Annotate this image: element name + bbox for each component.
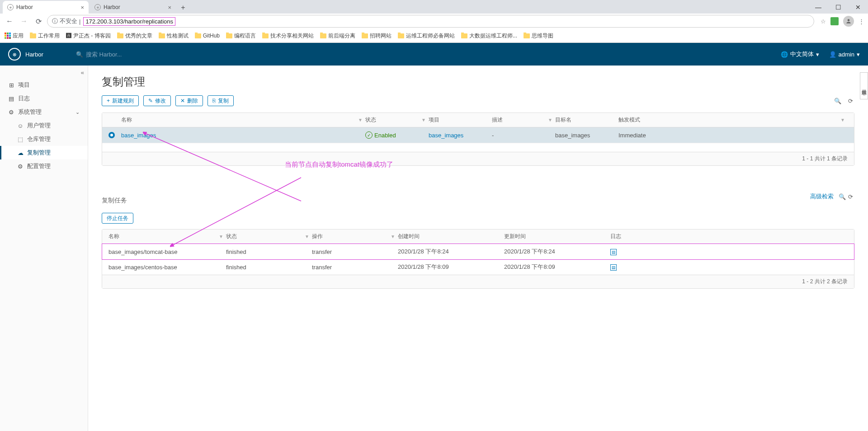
bookmark-item[interactable]: 🅰尹正杰 - 博客园 xyxy=(66,32,111,40)
close-window-button[interactable]: ✕ xyxy=(848,1,868,14)
harbor-logo-icon: ⎈ xyxy=(8,48,21,61)
job-name: base_images/tomcat-base xyxy=(108,248,226,255)
event-log-tab[interactable]: 事件日志 xyxy=(860,72,868,99)
filter-icon[interactable]: ▼ xyxy=(305,234,312,239)
filter-icon[interactable]: ▼ xyxy=(219,234,226,239)
bookmark-item[interactable]: GitHub xyxy=(195,33,220,39)
col-status: 状态 xyxy=(365,116,376,124)
search-input[interactable] xyxy=(86,51,162,58)
user-menu[interactable]: 👤 admin ▾ xyxy=(829,51,860,58)
profile-avatar[interactable] xyxy=(843,16,854,27)
rules-header: 名称▼ 状态▼ 项目 描述▼ 目标名 触发模式▼ xyxy=(102,113,854,127)
sidebar-item-registries[interactable]: ⬚仓库管理 xyxy=(0,132,88,146)
star-icon[interactable]: ☆ xyxy=(821,18,826,25)
replication-icon: ☁ xyxy=(17,150,24,156)
logs-icon: ▤ xyxy=(8,95,14,102)
col-name: 名称 xyxy=(108,233,119,240)
delete-rule-button[interactable]: ✕删除 xyxy=(175,95,203,106)
bookmark-item[interactable]: 优秀的文章 xyxy=(117,32,152,40)
bookmark-item[interactable]: 技术分享相关网站 xyxy=(262,32,314,40)
rule-row[interactable]: base_images Enabled base_images - base_i… xyxy=(102,127,854,143)
bookmark-item[interactable]: 大数据运维工程师... xyxy=(461,32,517,40)
bookmark-item[interactable]: 性格测试 xyxy=(159,32,189,40)
close-tab-icon[interactable]: × xyxy=(168,4,171,11)
bookmarks-bar: 应用 工作常用 🅰尹正杰 - 博客园 优秀的文章 性格测试 GitHub 编程语… xyxy=(0,29,868,42)
sidebar-item-projects[interactable]: ⊞项目 xyxy=(0,78,88,92)
filter-icon[interactable]: ▼ xyxy=(421,117,429,122)
bookmark-apps[interactable]: 应用 xyxy=(5,32,24,40)
sidebar-item-admin[interactable]: ⚙系统管理⌄ xyxy=(0,105,88,119)
plus-icon: + xyxy=(107,98,110,104)
radio-selected[interactable] xyxy=(108,132,115,138)
search-icon: 🔍 xyxy=(76,51,83,58)
new-tab-button[interactable]: + xyxy=(177,2,189,14)
forward-button[interactable]: → xyxy=(18,15,30,27)
job-status: finished xyxy=(226,248,312,255)
collapse-sidebar-icon[interactable]: « xyxy=(81,69,84,76)
close-tab-icon[interactable]: × xyxy=(80,4,84,11)
search-icon[interactable]: 🔍 xyxy=(838,192,846,201)
rule-desc: - xyxy=(492,132,555,139)
menu-icon[interactable]: ⋮ xyxy=(859,18,864,25)
global-search[interactable]: 🔍 xyxy=(76,51,162,58)
log-icon[interactable]: ▤ xyxy=(610,264,617,271)
filter-icon[interactable]: ▼ xyxy=(840,117,848,122)
jobs-table: 名称▼ 状态▼ 操作▼ 创建时间 更新时间 日志 base_images/tom… xyxy=(102,229,854,289)
bookmark-item[interactable]: 招聘网站 xyxy=(362,32,392,40)
window-controls: ― ☐ ✕ xyxy=(808,1,868,14)
address-bar[interactable]: ⓘ 不安全 | 172.200.3.103/harbor/replication… xyxy=(47,15,814,28)
maximize-button[interactable]: ☐ xyxy=(828,1,848,14)
sidebar-item-users[interactable]: ☺用户管理 xyxy=(0,119,88,132)
log-icon[interactable]: ▤ xyxy=(610,249,617,255)
users-icon: ☺ xyxy=(17,122,24,129)
bookmark-item[interactable]: 思维导图 xyxy=(524,32,553,40)
refresh-icon[interactable]: ⟳ xyxy=(846,192,854,201)
folder-icon xyxy=(195,33,201,38)
projects-icon: ⊞ xyxy=(8,82,14,89)
rule-name[interactable]: base_images xyxy=(121,132,365,139)
sidebar-item-logs[interactable]: ▤日志 xyxy=(0,92,88,105)
browser-tab[interactable]: ⎈ Harbor × xyxy=(90,1,176,14)
edit-rule-button[interactable]: ✎修改 xyxy=(143,95,171,106)
bookmark-item[interactable]: 运维工程师必备网站 xyxy=(398,32,455,40)
sidebar-item-replication[interactable]: ☁复制管理 xyxy=(0,146,88,159)
stop-jobs-button[interactable]: 停止任务 xyxy=(102,213,133,224)
harbor-logo[interactable]: ⎈ Harbor xyxy=(8,48,76,61)
job-row[interactable]: base_images/centos-base finished transfe… xyxy=(102,259,854,275)
replicate-button[interactable]: ⎘复制 xyxy=(208,95,234,106)
job-row[interactable]: base_images/tomcat-base finished transfe… xyxy=(102,244,854,259)
filter-icon[interactable]: ▼ xyxy=(358,117,365,122)
tab-strip: ⎈ Harbor × ⎈ Harbor × + ― ☐ ✕ xyxy=(0,0,868,14)
back-button[interactable]: ← xyxy=(4,15,15,27)
bookmark-item[interactable]: 前后端分离 xyxy=(320,32,355,40)
filter-icon[interactable]: ▼ xyxy=(391,234,398,239)
minimize-button[interactable]: ― xyxy=(808,1,828,14)
edit-icon: ✎ xyxy=(148,98,153,104)
col-target: 目标名 xyxy=(555,116,571,124)
language-selector[interactable]: 🌐 中文简体 ▾ xyxy=(781,50,819,58)
jobs-title: 复制任务 xyxy=(102,197,127,205)
search-icon[interactable]: 🔍 xyxy=(834,97,842,105)
insecure-badge: ⓘ 不安全 | xyxy=(52,17,80,25)
bookmark-item[interactable]: 编程语言 xyxy=(226,32,256,40)
bookmark-item[interactable]: 工作常用 xyxy=(30,32,60,40)
copy-icon: ⎘ xyxy=(212,98,216,104)
col-project: 项目 xyxy=(429,116,439,124)
rule-project[interactable]: base_images xyxy=(429,132,492,139)
reload-button[interactable]: ⟳ xyxy=(33,15,44,27)
sidebar-item-config[interactable]: ⚙配置管理 xyxy=(0,159,88,173)
filter-icon[interactable]: ▼ xyxy=(548,117,555,122)
job-updated: 2020/1/28 下午8:09 xyxy=(504,263,610,271)
address-bar-row: ← → ⟳ ⓘ 不安全 | 172.200.3.103/harbor/repli… xyxy=(0,14,868,29)
browser-tab[interactable]: ⎈ Harbor × xyxy=(3,1,89,14)
folder-icon xyxy=(524,33,530,38)
link-icon: 🅰 xyxy=(66,33,71,39)
new-rule-button[interactable]: +新建规则 xyxy=(102,95,139,106)
tab-title: Harbor xyxy=(16,4,33,10)
brand-text: Harbor xyxy=(25,51,43,58)
extension-icon[interactable] xyxy=(830,17,839,25)
col-status: 状态 xyxy=(226,233,237,240)
advanced-search-link[interactable]: 高级检索 xyxy=(810,192,834,201)
browser-chrome: ⎈ Harbor × ⎈ Harbor × + ― ☐ ✕ ← → ⟳ ⓘ 不安… xyxy=(0,0,868,43)
refresh-icon[interactable]: ⟳ xyxy=(846,97,854,105)
